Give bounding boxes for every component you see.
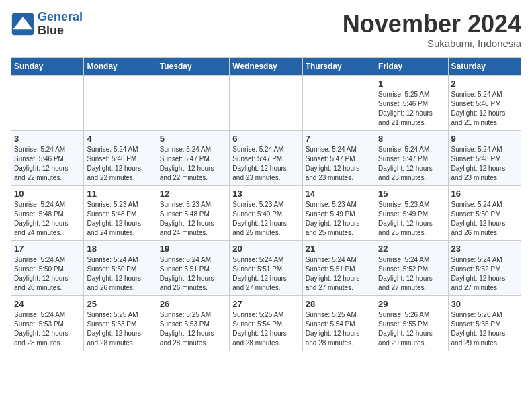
day-number: 4 xyxy=(87,134,153,144)
day-info: Sunrise: 5:23 AMSunset: 5:49 PMDaylight:… xyxy=(378,200,445,238)
day-info: Sunrise: 5:24 AMSunset: 5:52 PMDaylight:… xyxy=(378,255,445,293)
calendar-day-cell: 20Sunrise: 5:24 AMSunset: 5:51 PMDayligh… xyxy=(230,240,302,295)
month-title: November 2024 xyxy=(343,11,521,38)
calendar-week-row: 1Sunrise: 5:25 AMSunset: 5:46 PMDaylight… xyxy=(11,75,521,130)
day-info: Sunrise: 5:24 AMSunset: 5:46 PMDaylight:… xyxy=(87,145,153,183)
day-number: 6 xyxy=(232,134,299,144)
calendar-day-cell: 30Sunrise: 5:26 AMSunset: 5:55 PMDayligh… xyxy=(448,295,521,351)
calendar-day-cell: 3Sunrise: 5:24 AMSunset: 5:46 PMDaylight… xyxy=(11,130,84,185)
day-info: Sunrise: 5:24 AMSunset: 5:46 PMDaylight:… xyxy=(451,90,518,128)
day-number: 18 xyxy=(87,244,153,254)
day-info: Sunrise: 5:24 AMSunset: 5:52 PMDaylight:… xyxy=(451,255,518,293)
calendar-day-cell: 23Sunrise: 5:24 AMSunset: 5:52 PMDayligh… xyxy=(448,240,521,295)
day-info: Sunrise: 5:25 AMSunset: 5:54 PMDaylight:… xyxy=(232,310,299,348)
calendar-day-cell: 15Sunrise: 5:23 AMSunset: 5:49 PMDayligh… xyxy=(375,185,448,240)
day-info: Sunrise: 5:24 AMSunset: 5:47 PMDaylight:… xyxy=(232,145,299,183)
day-number: 26 xyxy=(160,299,226,309)
day-info: Sunrise: 5:24 AMSunset: 5:50 PMDaylight:… xyxy=(87,255,153,293)
day-number: 12 xyxy=(160,189,226,199)
calendar-day-cell: 26Sunrise: 5:25 AMSunset: 5:53 PMDayligh… xyxy=(157,295,229,351)
day-number: 17 xyxy=(14,244,81,254)
day-number: 10 xyxy=(14,189,81,199)
weekday-header-wednesday: Wednesday xyxy=(230,57,302,75)
title-block: November 2024 Sukabumi, Indonesia xyxy=(343,11,521,49)
weekday-header-saturday: Saturday xyxy=(448,57,521,75)
day-number: 11 xyxy=(87,189,153,199)
day-info: Sunrise: 5:23 AMSunset: 5:48 PMDaylight:… xyxy=(87,200,153,238)
day-number: 21 xyxy=(306,244,372,254)
location-subtitle: Sukabumi, Indonesia xyxy=(343,38,521,49)
calendar-day-cell: 5Sunrise: 5:24 AMSunset: 5:47 PMDaylight… xyxy=(157,130,229,185)
page-header: General Blue November 2024 Sukabumi, Ind… xyxy=(11,11,521,49)
calendar-week-row: 24Sunrise: 5:24 AMSunset: 5:53 PMDayligh… xyxy=(11,295,521,351)
calendar-day-cell: 11Sunrise: 5:23 AMSunset: 5:48 PMDayligh… xyxy=(84,185,157,240)
calendar-day-cell: 4Sunrise: 5:24 AMSunset: 5:46 PMDaylight… xyxy=(84,130,157,185)
calendar-day-cell: 17Sunrise: 5:24 AMSunset: 5:50 PMDayligh… xyxy=(11,240,84,295)
weekday-header-monday: Monday xyxy=(84,57,157,75)
weekday-header-thursday: Thursday xyxy=(302,57,375,75)
weekday-header-sunday: Sunday xyxy=(11,57,84,75)
day-info: Sunrise: 5:24 AMSunset: 5:47 PMDaylight:… xyxy=(378,145,445,183)
calendar-day-cell: 27Sunrise: 5:25 AMSunset: 5:54 PMDayligh… xyxy=(230,295,302,351)
day-number: 16 xyxy=(451,189,518,199)
day-info: Sunrise: 5:23 AMSunset: 5:49 PMDaylight:… xyxy=(306,200,372,238)
day-info: Sunrise: 5:24 AMSunset: 5:51 PMDaylight:… xyxy=(232,255,299,293)
calendar-day-cell: 16Sunrise: 5:24 AMSunset: 5:50 PMDayligh… xyxy=(448,185,521,240)
day-number: 30 xyxy=(451,299,518,309)
calendar-week-row: 17Sunrise: 5:24 AMSunset: 5:50 PMDayligh… xyxy=(11,240,521,295)
calendar-day-cell: 6Sunrise: 5:24 AMSunset: 5:47 PMDaylight… xyxy=(230,130,302,185)
calendar-empty-cell xyxy=(230,75,302,130)
calendar-empty-cell xyxy=(11,75,84,130)
calendar-empty-cell xyxy=(84,75,157,130)
calendar-day-cell: 24Sunrise: 5:24 AMSunset: 5:53 PMDayligh… xyxy=(11,295,84,351)
day-number: 5 xyxy=(160,134,226,144)
day-number: 8 xyxy=(378,134,445,144)
day-number: 25 xyxy=(87,299,153,309)
day-number: 3 xyxy=(14,134,81,144)
calendar-day-cell: 9Sunrise: 5:24 AMSunset: 5:48 PMDaylight… xyxy=(448,130,521,185)
weekday-header-row: SundayMondayTuesdayWednesdayThursdayFrid… xyxy=(11,57,521,75)
day-info: Sunrise: 5:23 AMSunset: 5:48 PMDaylight:… xyxy=(160,200,226,238)
logo-line1: General xyxy=(38,10,83,24)
weekday-header-tuesday: Tuesday xyxy=(157,57,229,75)
day-info: Sunrise: 5:24 AMSunset: 5:46 PMDaylight:… xyxy=(14,145,81,183)
day-info: Sunrise: 5:25 AMSunset: 5:46 PMDaylight:… xyxy=(378,90,445,128)
calendar-day-cell: 12Sunrise: 5:23 AMSunset: 5:48 PMDayligh… xyxy=(157,185,229,240)
calendar-empty-cell xyxy=(157,75,229,130)
day-number: 20 xyxy=(232,244,299,254)
day-info: Sunrise: 5:25 AMSunset: 5:53 PMDaylight:… xyxy=(87,310,153,348)
calendar-day-cell: 19Sunrise: 5:24 AMSunset: 5:51 PMDayligh… xyxy=(157,240,229,295)
logo-icon xyxy=(11,12,35,36)
day-info: Sunrise: 5:24 AMSunset: 5:50 PMDaylight:… xyxy=(451,200,518,238)
calendar-day-cell: 29Sunrise: 5:26 AMSunset: 5:55 PMDayligh… xyxy=(375,295,448,351)
day-info: Sunrise: 5:25 AMSunset: 5:54 PMDaylight:… xyxy=(306,310,372,348)
day-info: Sunrise: 5:26 AMSunset: 5:55 PMDaylight:… xyxy=(378,310,445,348)
calendar-table: SundayMondayTuesdayWednesdayThursdayFrid… xyxy=(11,57,521,351)
day-number: 14 xyxy=(306,189,372,199)
calendar-day-cell: 13Sunrise: 5:23 AMSunset: 5:49 PMDayligh… xyxy=(230,185,302,240)
day-info: Sunrise: 5:24 AMSunset: 5:51 PMDaylight:… xyxy=(306,255,372,293)
day-info: Sunrise: 5:24 AMSunset: 5:47 PMDaylight:… xyxy=(306,145,372,183)
calendar-day-cell: 25Sunrise: 5:25 AMSunset: 5:53 PMDayligh… xyxy=(84,295,157,351)
day-number: 15 xyxy=(378,189,445,199)
day-number: 23 xyxy=(451,244,518,254)
calendar-day-cell: 22Sunrise: 5:24 AMSunset: 5:52 PMDayligh… xyxy=(375,240,448,295)
day-info: Sunrise: 5:24 AMSunset: 5:47 PMDaylight:… xyxy=(160,145,226,183)
calendar-day-cell: 1Sunrise: 5:25 AMSunset: 5:46 PMDaylight… xyxy=(375,75,448,130)
calendar-day-cell: 18Sunrise: 5:24 AMSunset: 5:50 PMDayligh… xyxy=(84,240,157,295)
logo-line2: Blue xyxy=(38,24,83,38)
weekday-header-friday: Friday xyxy=(375,57,448,75)
calendar-day-cell: 2Sunrise: 5:24 AMSunset: 5:46 PMDaylight… xyxy=(448,75,521,130)
day-number: 28 xyxy=(306,299,372,309)
day-number: 24 xyxy=(14,299,81,309)
calendar-day-cell: 10Sunrise: 5:24 AMSunset: 5:48 PMDayligh… xyxy=(11,185,84,240)
day-number: 2 xyxy=(451,79,518,89)
day-info: Sunrise: 5:23 AMSunset: 5:49 PMDaylight:… xyxy=(232,200,299,238)
calendar-day-cell: 21Sunrise: 5:24 AMSunset: 5:51 PMDayligh… xyxy=(302,240,375,295)
day-number: 13 xyxy=(232,189,299,199)
day-info: Sunrise: 5:24 AMSunset: 5:50 PMDaylight:… xyxy=(14,255,81,293)
day-info: Sunrise: 5:24 AMSunset: 5:48 PMDaylight:… xyxy=(14,200,81,238)
calendar-empty-cell xyxy=(302,75,375,130)
logo: General Blue xyxy=(11,11,83,38)
day-info: Sunrise: 5:24 AMSunset: 5:48 PMDaylight:… xyxy=(451,145,518,183)
